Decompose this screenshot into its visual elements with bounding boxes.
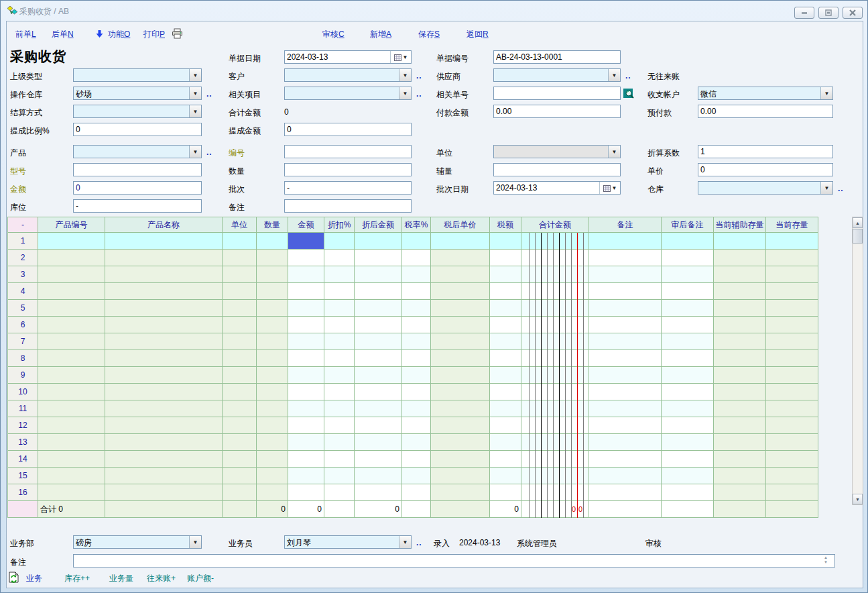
col-header-tax[interactable]: 税额 [490,217,521,233]
cell-amount-row1[interactable] [288,233,324,250]
amount-input[interactable] [73,181,202,195]
cell-product_code-row4[interactable] [38,283,105,300]
doc-date-picker[interactable]: 2024-03-13 ▼ [284,50,412,64]
cell-tax_rate-row14[interactable] [402,451,431,468]
cell-amount-row8[interactable] [288,350,324,367]
summary-unit[interactable] [223,501,257,518]
cell-amount-row13[interactable] [288,434,324,451]
cell-amount-row5[interactable] [288,300,324,317]
col-header-aux_stock[interactable]: 当前辅助存量 [714,217,766,233]
op-warehouse-combo[interactable]: 砂场 [73,87,202,100]
customer-combo[interactable] [284,68,412,82]
cell-product_code-row13[interactable] [38,434,105,451]
cell-product_code-row8[interactable] [38,350,105,367]
cell-product_code-row2[interactable] [38,250,105,266]
cell-remark-row4[interactable] [589,283,662,300]
related-project-combo[interactable] [284,87,412,100]
close-button[interactable] [843,7,863,19]
cell-unit-row4[interactable] [223,283,257,300]
cell-tax_rate-row9[interactable] [402,367,431,384]
cell-tax-row7[interactable] [490,333,521,350]
cell-tax-row12[interactable] [490,417,521,434]
parent-type-combo[interactable] [73,68,202,82]
cell-tax_rate-row11[interactable] [402,400,431,417]
settle-method-combo[interactable] [73,105,202,118]
cell-unit-row5[interactable] [223,300,257,317]
col-header-total[interactable]: 合计金额 [521,217,589,233]
price-input[interactable] [698,163,833,176]
cell-stock-row2[interactable] [766,250,818,266]
cell-tax_rate-row13[interactable] [402,434,431,451]
row-number-10[interactable]: 10 [8,384,38,400]
cell-tax-row8[interactable] [490,350,521,367]
cell-remark-row15[interactable] [589,468,662,484]
cell-total-row10[interactable] [521,384,589,400]
footer-link-volume[interactable]: 业务量 [109,573,133,584]
cell-amount_after-row9[interactable] [355,367,402,384]
scroll-down-icon[interactable]: ▼ [853,494,863,504]
cell-product_name-row4[interactable] [105,283,223,300]
cell-qty-row1[interactable] [257,233,288,250]
pay-account-combo[interactable]: 微信 [698,87,833,100]
cell-tax_rate-row7[interactable] [402,333,431,350]
cell-unit-row8[interactable] [223,350,257,367]
cell-aux_stock-row16[interactable] [714,484,766,501]
supplier-combo[interactable] [493,68,621,82]
cell-qty-row11[interactable] [257,400,288,417]
toolbar-audit-button[interactable]: 审核C [322,29,345,40]
summary-tax_rate[interactable] [402,501,431,518]
batch-date-picker[interactable]: 2024-03-13 ▼ [493,181,621,195]
cell-unit-row11[interactable] [223,400,257,417]
cell-remark-row10[interactable] [589,384,662,400]
scroll-up-icon[interactable]: ▲ [853,217,863,228]
cell-product_code-row15[interactable] [38,468,105,484]
cell-remark-row12[interactable] [589,417,662,434]
summary-total[interactable] [521,501,589,518]
location-input[interactable] [73,199,202,213]
cell-product_code-row14[interactable] [38,451,105,468]
cell-total-row11[interactable] [521,400,589,417]
cell-amount-row4[interactable] [288,283,324,300]
cell-audit_remark-row6[interactable] [662,317,714,333]
row-number-1[interactable]: 1 [8,233,38,250]
cell-stock-row11[interactable] [766,400,818,417]
cell-price_after_tax-row13[interactable] [431,434,490,451]
footer-link-stock[interactable]: 库存++ [64,573,90,584]
chevron-down-icon[interactable] [189,69,201,81]
cell-amount_after-row2[interactable] [355,250,402,266]
cell-amount-row11[interactable] [288,400,324,417]
conv-factor-input[interactable] [698,145,833,158]
cell-product_code-row5[interactable] [38,300,105,317]
commission-amount-input[interactable] [284,123,412,136]
cell-tax-row3[interactable] [490,266,521,283]
cell-price_after_tax-row6[interactable] [431,317,490,333]
cell-aux_stock-row10[interactable] [714,384,766,400]
row-number-4[interactable]: 4 [8,283,38,300]
cell-price_after_tax-row14[interactable] [431,451,490,468]
cell-amount_after-row11[interactable] [355,400,402,417]
cell-tax_rate-row5[interactable] [402,300,431,317]
aux-qty-input[interactable] [493,163,621,176]
cell-remark-row6[interactable] [589,317,662,333]
cell-product_name-row5[interactable] [105,300,223,317]
cell-price_after_tax-row2[interactable] [431,250,490,266]
cell-remark-row13[interactable] [589,434,662,451]
code-input[interactable] [284,145,412,158]
cell-stock-row3[interactable] [766,266,818,283]
cell-price_after_tax-row3[interactable] [431,266,490,283]
col-header-discount[interactable]: 折扣% [324,217,355,233]
cell-qty-row6[interactable] [257,317,288,333]
cell-amount-row14[interactable] [288,451,324,468]
cell-qty-row3[interactable] [257,266,288,283]
cell-qty-row4[interactable] [257,283,288,300]
cell-aux_stock-row13[interactable] [714,434,766,451]
cell-remark-row8[interactable] [589,350,662,367]
cell-amount_after-row8[interactable] [355,350,402,367]
cell-amount-row16[interactable] [288,484,324,501]
customer-more-button[interactable]: .. [416,71,422,80]
summary-aux_stock[interactable] [714,501,766,518]
summary-product_code[interactable]: 合计 0 [38,501,105,518]
cell-total-row14[interactable] [521,451,589,468]
cell-amount-row6[interactable] [288,317,324,333]
cell-stock-row10[interactable] [766,384,818,400]
